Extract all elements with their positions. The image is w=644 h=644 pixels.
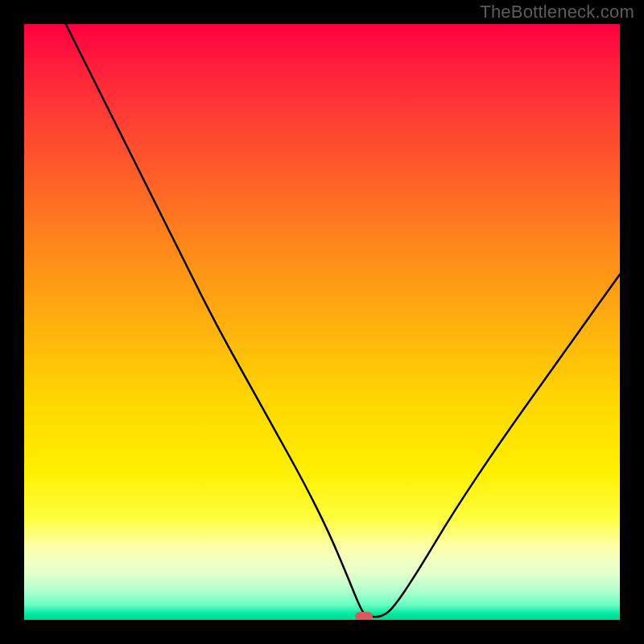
minimum-marker [355,612,373,620]
chart-frame: TheBottleneck.com [0,0,644,644]
plot-area [24,24,620,620]
bottleneck-curve [66,24,620,617]
watermark-label: TheBottleneck.com [480,2,634,23]
curve-svg [24,24,620,620]
